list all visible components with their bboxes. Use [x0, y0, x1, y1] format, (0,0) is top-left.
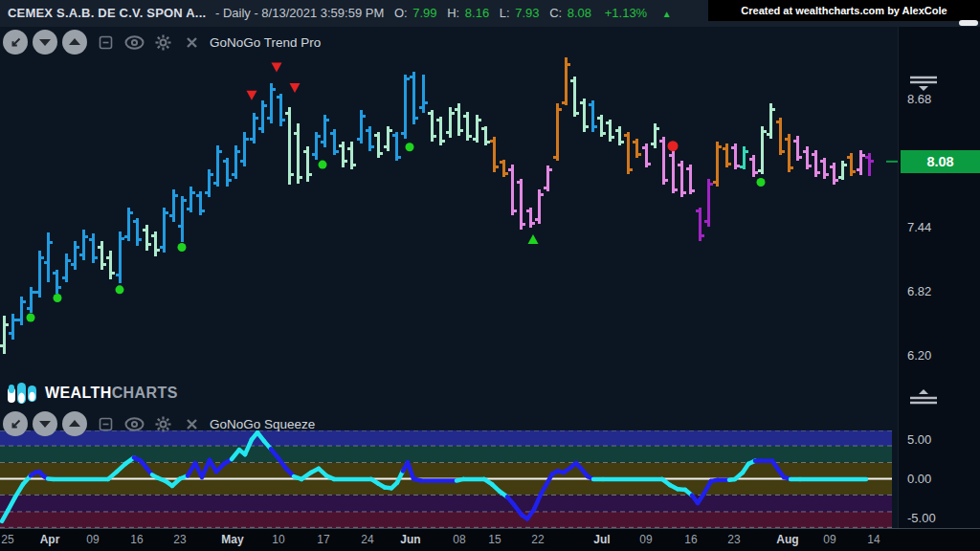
price-bar [419, 75, 428, 113]
price-bar [151, 231, 160, 256]
last-price-badge: 8.08 [901, 150, 980, 173]
price-bar [62, 253, 71, 282]
price-bar [553, 103, 562, 160]
visibility-button[interactable] [123, 32, 145, 53]
price-bar [53, 270, 61, 294]
settings-button[interactable] [152, 32, 173, 53]
price-bar [847, 153, 856, 176]
price-bar [678, 161, 686, 197]
price-bar [250, 113, 258, 143]
price-bar [767, 103, 775, 139]
buy-signal-triangle-icon [528, 234, 539, 244]
wealthcharts-logo-icon [7, 381, 37, 407]
x-axis-label: 10 [272, 533, 284, 546]
price-bar [830, 163, 838, 185]
price-bar [9, 314, 17, 340]
close-label: C: [549, 6, 562, 20]
price-bar [384, 126, 392, 151]
resize-up-icon [906, 386, 941, 406]
price-bar [570, 77, 579, 117]
x-axis-label: 09 [639, 533, 652, 546]
price-bar [240, 132, 249, 167]
price-bar [71, 241, 79, 270]
price-axis-label: 6.20 [907, 348, 931, 363]
price-bar [392, 132, 401, 161]
price-bar [374, 132, 383, 158]
price-bar [0, 316, 9, 354]
price-bar [436, 117, 445, 144]
price-bar [106, 251, 115, 279]
open-label: O: [394, 6, 408, 20]
price-bar [232, 145, 240, 180]
go-signal-dot [178, 243, 187, 252]
move-down-button[interactable] [33, 30, 57, 55]
price-chart-canvas[interactable] [0, 27, 980, 379]
date-axis[interactable]: 25Apr091623May101724Jun081522Jul091623Au… [0, 528, 980, 551]
price-bar [838, 161, 847, 181]
timeframe-datetime: - Daily - 8/13/2021 3:59:59 PM [215, 6, 384, 20]
scrollbar-thumb[interactable] [959, 20, 978, 26]
panel-resize-top-handle[interactable] [906, 75, 943, 94]
price-bar [196, 191, 205, 215]
triangle-down-icon [38, 37, 52, 47]
price-axis[interactable]: 8.687.446.826.20 8.08 5.000.00-5.00 [898, 27, 980, 528]
remove-button[interactable] [181, 32, 202, 53]
price-bar [776, 118, 785, 155]
price-bar [597, 115, 606, 137]
go-signal-dot [27, 314, 35, 322]
main-chart-toolbar: GoNoGo Trend Pro [3, 29, 321, 55]
collapse-button[interactable] [95, 413, 116, 434]
indicator-label[interactable]: GoNoGo Trend Pro [210, 35, 321, 50]
triangle-up-icon [68, 37, 81, 47]
price-bar [321, 115, 329, 147]
price-bar [580, 99, 589, 132]
price-bar [143, 225, 151, 251]
price-bar [27, 287, 35, 313]
price-bar [785, 134, 793, 172]
send-to-back-button[interactable] [3, 30, 28, 55]
price-bar [401, 75, 410, 139]
open-value: 7.99 [412, 6, 436, 20]
go-signal-dot [406, 143, 414, 151]
x-axis-label: 22 [531, 533, 544, 546]
x-axis-label: Apr [40, 533, 60, 546]
price-bar [44, 232, 53, 282]
indicator-label[interactable]: GoNoGo Squeeze [210, 417, 315, 431]
price-bar [526, 208, 535, 228]
panel-resize-bottom-handle[interactable] [906, 386, 943, 406]
price-bar [446, 107, 455, 138]
price-axis-label: 6.82 [907, 284, 931, 298]
sell-warning-triangle-icon [290, 83, 301, 93]
move-up-button[interactable] [62, 411, 87, 436]
high-label: H: [447, 6, 459, 20]
price-bar [357, 110, 366, 144]
price-bar [294, 123, 302, 184]
up-arrow-icon: ▲ [662, 9, 672, 19]
close-icon [186, 36, 198, 49]
watermark-credit: Created at wealthcharts.com by AlexCole [708, 0, 980, 21]
move-up-button[interactable] [62, 30, 87, 55]
symbol-name[interactable]: CEMEX S.A.B. DE C.V. SPON A... [8, 6, 206, 20]
squeeze-chart-canvas[interactable] [0, 430, 980, 528]
price-bar [205, 169, 213, 196]
remove-button[interactable] [181, 413, 202, 434]
x-axis-label: 24 [361, 533, 373, 546]
move-down-button[interactable] [33, 411, 57, 436]
price-bar [160, 208, 168, 252]
send-to-back-button[interactable] [3, 411, 28, 436]
sell-warning-triangle-icon [247, 91, 257, 100]
visibility-button[interactable] [123, 413, 145, 434]
price-bar [79, 230, 88, 259]
price-bar [463, 112, 472, 141]
price-bar [455, 103, 463, 135]
settings-button[interactable] [152, 413, 173, 434]
diagonal-arrow-icon [10, 36, 22, 49]
eye-icon [124, 417, 145, 431]
squeeze-band [0, 495, 892, 511]
price-bar [659, 137, 668, 185]
go-signal-dot [54, 294, 62, 302]
collapse-button[interactable] [95, 32, 116, 53]
price-bar [535, 189, 544, 224]
x-axis-label: Aug [776, 533, 798, 546]
change-percent: +1.13% [605, 6, 647, 20]
